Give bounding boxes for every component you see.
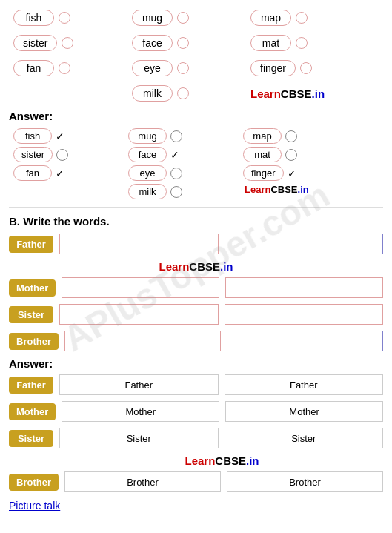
word-cell-fan: fan: [9, 58, 127, 79]
answer-mat: mat: [239, 145, 353, 164]
answer-section-b: Answer: Father Father Father Mother Moth…: [9, 357, 383, 492]
answer-eye: eye: [124, 164, 239, 182]
label-father-1: Father: [9, 236, 53, 253]
answer-sister: sister: [9, 145, 124, 164]
word-cell-mat: mat: [246, 33, 365, 53]
word-grid-section: fish mug map sister face mat fan: [9, 7, 383, 104]
word-finger: finger: [250, 60, 296, 76]
answer-box-brother-1: Brother: [64, 471, 221, 492]
word-cell-empty: [9, 83, 127, 104]
word-cell-milk: milk: [127, 83, 246, 104]
word-mug: mug: [132, 10, 173, 26]
answer-row-sister: Sister Sister Sister: [9, 428, 383, 448]
radio-map[interactable]: [296, 12, 308, 24]
answer-label-1: Answer:: [9, 110, 383, 122]
radio-face[interactable]: [177, 37, 189, 49]
radio-fish[interactable]: [59, 12, 70, 24]
input-father-2[interactable]: [225, 234, 384, 254]
answer-badge-sister: Sister: [9, 430, 53, 447]
answer-row-mother: Mother Mother Mother: [9, 401, 383, 422]
answer-row-father: Father Father Father: [9, 374, 383, 395]
answer-badge-mother: Mother: [9, 403, 56, 420]
answer-section-1: Answer: fish ✓ sister fan ✓ mug fa: [9, 110, 383, 201]
answer-fan: fan ✓: [9, 164, 124, 182]
label-mother-1: Mother: [9, 279, 56, 297]
word-cell-map: map: [246, 7, 365, 28]
word-eye: eye: [132, 60, 173, 76]
answer-fish: fish ✓: [9, 127, 124, 145]
answer-row-brother: Brother Brother Brother: [9, 471, 383, 492]
write-row-mother: Mother: [9, 277, 383, 298]
radio-mat[interactable]: [296, 37, 308, 49]
word-cell-mug: mug: [127, 7, 246, 28]
input-father-1[interactable]: [59, 234, 219, 254]
answer-box-father-1: Father: [59, 374, 219, 395]
answer-badge-brother: Brother: [9, 474, 59, 491]
radio-milk[interactable]: [177, 87, 189, 99]
word-sister: sister: [13, 35, 57, 51]
input-brother-2[interactable]: [227, 331, 383, 351]
answer-label-b: Answer:: [9, 357, 383, 370]
word-mat: mat: [250, 35, 291, 51]
picture-talk-link[interactable]: Picture talk: [9, 500, 383, 512]
word-fish: fish: [13, 10, 54, 26]
answer-mug: mug: [124, 127, 239, 145]
write-row-brother: Brother: [9, 331, 383, 351]
answer-box-mother-2: Mother: [225, 401, 383, 422]
radio-mug[interactable]: [177, 12, 189, 24]
radio-eye[interactable]: [177, 62, 189, 74]
section-b: B. Write the words. Father LearnCBSE.in …: [9, 215, 383, 351]
answer-face: face ✓: [124, 145, 239, 164]
input-sister-2[interactable]: [225, 304, 384, 325]
answer-box-sister-2: Sister: [225, 428, 384, 448]
answer-map: map: [239, 127, 353, 145]
word-cell-eye: eye: [127, 58, 246, 79]
input-brother-1[interactable]: [64, 331, 221, 351]
answer-milk: milk: [124, 182, 239, 201]
word-map: map: [250, 10, 291, 26]
divider-1: [9, 207, 383, 208]
word-face: face: [132, 35, 173, 51]
input-mother-2[interactable]: [225, 277, 383, 298]
radio-sister[interactable]: [62, 37, 73, 49]
answer-box-sister-1: Sister: [59, 428, 219, 448]
radio-finger[interactable]: [300, 62, 312, 74]
learn-cbse-1: LearnCBSE.in: [246, 83, 365, 104]
word-fan: fan: [13, 60, 54, 76]
answer-badge-father: Father: [9, 377, 53, 394]
input-sister-1[interactable]: [59, 304, 219, 325]
section-b-title: B. Write the words.: [9, 215, 383, 228]
learn-cbse-center: LearnCBSE.in: [159, 260, 233, 273]
word-cell-finger: finger: [246, 58, 365, 79]
answer-box-mother-1: Mother: [62, 401, 219, 422]
learn-cbse-answer-b: LearnCBSE.in: [185, 454, 259, 467]
write-row-father: Father: [9, 234, 383, 254]
write-row-sister: Sister: [9, 304, 383, 325]
answer-box-brother-2: Brother: [227, 471, 383, 492]
answer-finger: finger ✓: [239, 164, 353, 182]
word-milk: milk: [132, 85, 173, 102]
word-cell-sister: sister: [9, 33, 127, 53]
word-cell-face: face: [127, 33, 246, 53]
word-cell-fish: fish: [9, 7, 127, 28]
radio-fan[interactable]: [59, 62, 70, 74]
answer-box-father-2: Father: [225, 374, 384, 395]
input-mother-1[interactable]: [62, 277, 219, 298]
answer-learn-cbse: LearnCBSE.in: [239, 182, 353, 196]
label-brother-1: Brother: [9, 333, 59, 350]
label-sister-1: Sister: [9, 306, 53, 323]
